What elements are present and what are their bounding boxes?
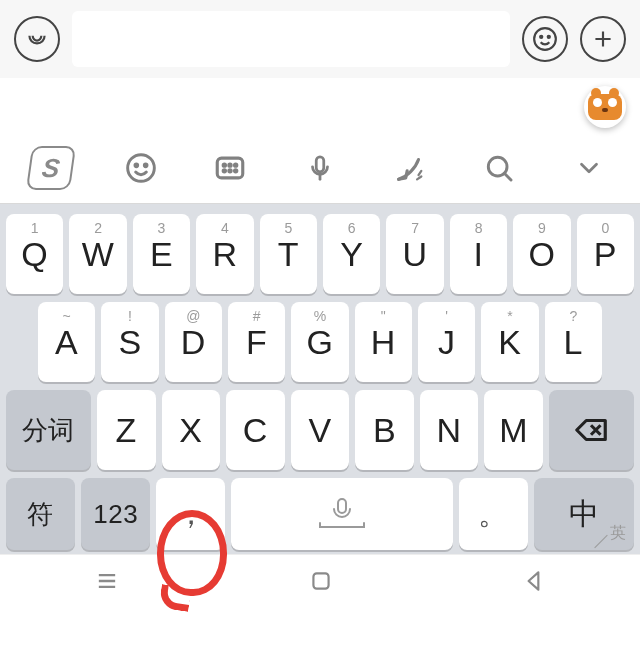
key-row-2: ~A!S@D#F%G"H'J*K?L: [4, 298, 636, 386]
symbols-key[interactable]: 符: [6, 478, 75, 550]
add-button[interactable]: [580, 16, 626, 62]
key-Q-sup: 1: [31, 220, 39, 236]
key-Y[interactable]: 6Y: [323, 214, 380, 294]
svg-point-10: [223, 169, 225, 171]
segment-key-label: 分词: [22, 413, 75, 448]
svg-rect-16: [313, 573, 328, 588]
key-D-label: D: [181, 323, 206, 362]
key-B-label: B: [373, 411, 396, 450]
key-L[interactable]: ?L: [545, 302, 602, 382]
space-mic-icon: [302, 497, 382, 531]
key-L-sup: ?: [569, 308, 577, 324]
message-input[interactable]: [72, 11, 510, 67]
key-C-label: C: [243, 411, 268, 450]
key-R[interactable]: 4R: [196, 214, 253, 294]
key-V-label: V: [308, 411, 331, 450]
key-U[interactable]: 7U: [386, 214, 443, 294]
ime-search[interactable]: [470, 146, 528, 190]
key-F[interactable]: #F: [228, 302, 285, 382]
key-P[interactable]: 0P: [577, 214, 634, 294]
key-Q[interactable]: 1Q: [6, 214, 63, 294]
key-M-label: M: [499, 411, 528, 450]
key-X-label: X: [179, 411, 202, 450]
key-T-label: T: [278, 235, 299, 274]
key-C[interactable]: C: [226, 390, 285, 470]
numbers-key[interactable]: 123: [81, 478, 150, 550]
key-Z[interactable]: Z: [97, 390, 156, 470]
backspace-key[interactable]: [549, 390, 634, 470]
key-H[interactable]: "H: [355, 302, 412, 382]
key-B[interactable]: B: [355, 390, 414, 470]
key-E-label: E: [150, 235, 173, 274]
language-key-sub: 英: [610, 523, 626, 544]
nav-home[interactable]: [308, 568, 334, 598]
emoji-button[interactable]: [522, 16, 568, 62]
feather-icon: [393, 151, 427, 185]
nav-back[interactable]: [521, 568, 547, 598]
key-P-label: P: [594, 235, 617, 274]
key-A-label: A: [55, 323, 78, 362]
key-Y-label: Y: [340, 235, 363, 274]
period-key[interactable]: 。: [459, 478, 528, 550]
key-P-sup: 0: [601, 220, 609, 236]
svg-point-3: [127, 154, 154, 181]
svg-point-9: [235, 164, 237, 166]
ime-keyboard[interactable]: [201, 146, 259, 190]
comma-key-label: ，: [176, 494, 207, 535]
ime-voice[interactable]: [291, 146, 349, 190]
key-N[interactable]: N: [420, 390, 479, 470]
key-G[interactable]: %G: [291, 302, 348, 382]
svg-point-7: [223, 164, 225, 166]
voice-input-button[interactable]: [14, 16, 60, 62]
svg-point-12: [235, 169, 237, 171]
key-D[interactable]: @D: [165, 302, 222, 382]
key-T[interactable]: 5T: [260, 214, 317, 294]
key-W[interactable]: 2W: [69, 214, 126, 294]
key-L-label: L: [564, 323, 583, 362]
key-A[interactable]: ~A: [38, 302, 95, 382]
svg-rect-15: [338, 499, 346, 513]
language-key[interactable]: 中 英: [534, 478, 634, 550]
comma-key[interactable]: ，: [156, 478, 225, 550]
key-U-label: U: [403, 235, 428, 274]
chevron-down-icon: [574, 153, 604, 183]
key-O[interactable]: 9O: [513, 214, 570, 294]
key-J-label: J: [438, 323, 456, 362]
key-X[interactable]: X: [162, 390, 221, 470]
key-W-sup: 2: [94, 220, 102, 236]
ime-handwrite[interactable]: [381, 146, 439, 190]
bear-sticker-icon: [588, 94, 622, 120]
segment-key[interactable]: 分词: [6, 390, 91, 470]
key-I-label: I: [474, 235, 484, 274]
key-S[interactable]: !S: [101, 302, 158, 382]
svg-point-4: [135, 164, 138, 167]
key-M[interactable]: M: [484, 390, 543, 470]
key-S-sup: !: [128, 308, 132, 324]
key-row-3: 分词 ZXCVBNM: [4, 386, 636, 474]
ime-logo[interactable]: S: [22, 146, 80, 190]
plus-icon: [590, 26, 616, 52]
key-E[interactable]: 3E: [133, 214, 190, 294]
key-O-label: O: [528, 235, 555, 274]
svg-rect-6: [218, 158, 244, 178]
floating-sticker[interactable]: [584, 86, 626, 128]
ime-emoji[interactable]: [112, 146, 170, 190]
key-I[interactable]: 8I: [450, 214, 507, 294]
key-O-sup: 9: [538, 220, 546, 236]
svg-point-0: [534, 28, 556, 50]
key-G-sup: %: [314, 308, 326, 324]
space-key[interactable]: [231, 478, 452, 550]
key-H-label: H: [371, 323, 396, 362]
svg-point-8: [229, 164, 231, 166]
key-K[interactable]: *K: [481, 302, 538, 382]
voice-waves-icon: [24, 26, 50, 52]
svg-point-1: [540, 36, 542, 38]
key-J[interactable]: 'J: [418, 302, 475, 382]
ime-toolbar: S: [0, 132, 640, 204]
key-Y-sup: 6: [348, 220, 356, 236]
key-J-sup: ': [445, 308, 448, 324]
chat-topbar: [0, 0, 640, 78]
key-V[interactable]: V: [291, 390, 350, 470]
nav-recents[interactable]: [93, 567, 121, 599]
ime-collapse[interactable]: [560, 146, 618, 190]
